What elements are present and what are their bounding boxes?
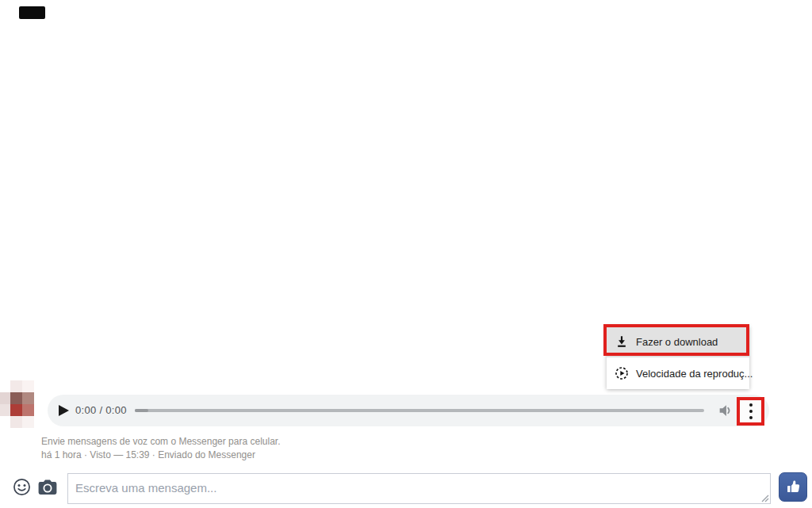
avatar-pixel — [10, 380, 22, 392]
time-display: 0:00 / 0:00 — [75, 395, 127, 426]
voice-message-promo-text: Envie mensagens de voz com o Messenger p… — [41, 436, 281, 447]
volume-icon[interactable] — [717, 402, 734, 419]
avatar-pixel — [0, 392, 10, 404]
thumbs-up-icon — [785, 479, 802, 495]
play-icon[interactable] — [58, 405, 69, 416]
avatar-pixel — [22, 392, 34, 404]
dot — [749, 403, 753, 407]
annotation-box-download — [603, 324, 749, 356]
resize-grip-icon[interactable] — [760, 494, 769, 502]
message-meta-text: há 1 hora · Visto — 15:39 · Enviado do M… — [41, 449, 255, 460]
progress-played — [135, 409, 148, 412]
redacted-name-bar — [19, 6, 45, 19]
dot — [749, 410, 753, 413]
overflow-menu-button[interactable] — [740, 400, 761, 422]
avatar-pixel — [0, 404, 10, 416]
message-input[interactable] — [67, 473, 771, 504]
camera-icon[interactable] — [38, 479, 57, 495]
like-button[interactable] — [779, 472, 807, 502]
avatar-pixel — [22, 380, 34, 392]
dot — [749, 416, 753, 419]
audio-player: 0:00 / 0:00 — [48, 395, 769, 426]
avatar-pixel — [22, 416, 34, 428]
menu-item-label: Velocidade da reproduç... — [636, 368, 753, 380]
avatar-pixel — [10, 416, 22, 428]
progress-track[interactable] — [135, 409, 704, 412]
menu-item-playback-speed[interactable]: Velocidade da reproduç... — [607, 357, 749, 389]
avatar-pixel — [22, 404, 34, 416]
avatar-pixel — [10, 404, 22, 416]
annotation-box-overflow — [737, 397, 764, 426]
avatar-pixel — [10, 392, 22, 404]
emoji-icon[interactable] — [13, 478, 31, 496]
playback-speed-icon — [614, 365, 630, 381]
